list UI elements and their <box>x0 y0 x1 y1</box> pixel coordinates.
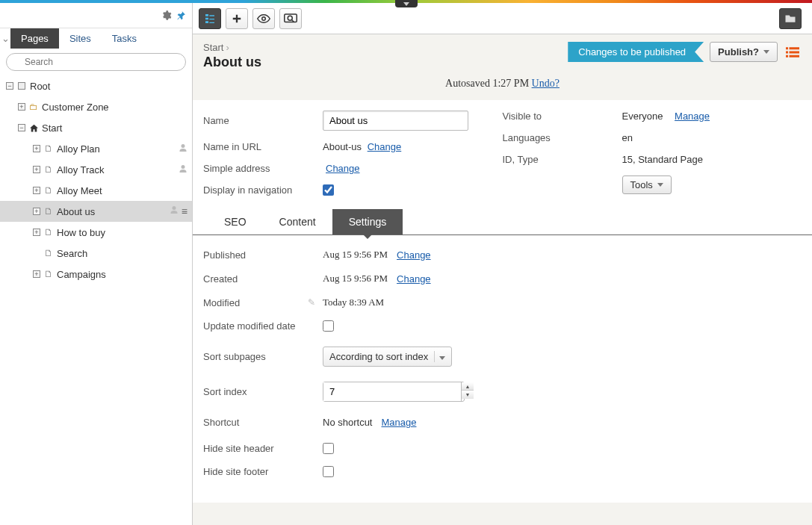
expand-icon[interactable]: + <box>33 208 40 215</box>
visible-value: Everyone <box>622 111 663 122</box>
change-url-link[interactable]: Change <box>368 141 402 152</box>
tree-customer-zone[interactable]: + 🗀 Customer Zone <box>0 96 192 117</box>
tree-label: Alloy Track <box>57 164 105 175</box>
hide-footer-checkbox[interactable] <box>323 466 334 477</box>
url-value: About-us <box>323 141 362 152</box>
tools-button[interactable]: Tools <box>622 175 672 194</box>
expand-icon[interactable]: + <box>33 166 40 173</box>
manage-visible-link[interactable]: Manage <box>675 111 710 122</box>
add-button[interactable] <box>226 8 248 29</box>
published-value: Aug 15 9:56 PM <box>323 249 388 261</box>
page-icon: 🗋 <box>43 269 54 279</box>
expand-icon[interactable]: + <box>18 103 25 111</box>
svg-rect-6 <box>786 51 788 53</box>
chevron-down-icon <box>657 183 663 187</box>
name-input[interactable] <box>323 111 468 131</box>
compare-button[interactable] <box>279 8 302 29</box>
tree-label: Customer Zone <box>42 102 109 113</box>
preview-button[interactable] <box>252 8 275 29</box>
visible-label: Visible to <box>503 111 622 122</box>
root-folder-icon <box>16 81 27 91</box>
tree-root[interactable]: − Root <box>0 75 192 96</box>
update-modified-checkbox[interactable] <box>323 320 334 332</box>
change-published-link[interactable]: Change <box>397 249 431 261</box>
undo-link[interactable]: Undo? <box>532 78 560 89</box>
spin-up-button[interactable]: ▲ <box>462 382 474 391</box>
tree-item[interactable]: + 🗋 How to buy <box>0 222 192 243</box>
chevron-down-icon <box>439 356 445 360</box>
tab-settings[interactable]: Settings <box>332 209 403 234</box>
status-badge[interactable]: Changes to be published <box>568 42 704 62</box>
published-label: Published <box>203 249 323 261</box>
modified-label: Modified ✎ <box>203 297 323 308</box>
expand-icon[interactable]: + <box>33 229 40 236</box>
brand-rainbow-bar <box>0 0 812 3</box>
display-nav-label: Display in navigation <box>203 184 323 196</box>
created-label: Created <box>203 273 323 285</box>
svg-rect-1 <box>285 14 297 22</box>
person-icon <box>170 205 179 217</box>
manage-shortcut-link[interactable]: Manage <box>381 417 416 428</box>
expand-icon[interactable]: + <box>33 187 40 194</box>
id-type-label: ID, Type <box>503 154 622 165</box>
tree-item[interactable]: + 🗋 Campaigns <box>0 264 192 285</box>
change-simple-link[interactable]: Change <box>326 163 360 174</box>
tree-label: About us <box>57 206 95 217</box>
name-label: Name <box>203 115 323 126</box>
page-icon: 🗋 <box>43 143 54 154</box>
chevron-right-icon: › <box>226 42 229 53</box>
tree-label: Start <box>42 122 62 134</box>
tab-chevron-icon[interactable]: ⌄ <box>0 33 10 44</box>
tree-view-button[interactable] <box>199 8 221 29</box>
publish-button[interactable]: Publish? <box>710 42 778 62</box>
tree-item[interactable]: + 🗋 Alloy Meet <box>0 180 192 201</box>
hide-header-checkbox[interactable] <box>323 443 334 454</box>
tree-label: Campaigns <box>57 269 106 280</box>
tab-tasks[interactable]: Tasks <box>102 28 147 49</box>
page-title: About us <box>203 55 261 70</box>
shortcut-value: No shortcut <box>323 417 372 428</box>
sort-subpages-label: Sort subpages <box>203 351 323 362</box>
expand-icon[interactable]: + <box>33 270 40 278</box>
tab-sites[interactable]: Sites <box>59 28 102 49</box>
folder-icon: 🗀 <box>28 102 39 112</box>
sort-index-input[interactable] <box>323 382 461 401</box>
gear-icon[interactable] <box>159 9 173 22</box>
search-input[interactable] <box>6 53 186 71</box>
sort-subpages-select[interactable]: According to sort index <box>323 347 452 367</box>
page-icon: 🗋 <box>43 248 54 258</box>
top-expand-tab[interactable] <box>395 0 418 7</box>
pencil-icon: ✎ <box>308 297 315 308</box>
context-menu-icon[interactable]: ≡ <box>182 205 187 217</box>
collapse-icon[interactable]: − <box>6 82 13 90</box>
collapse-icon[interactable]: − <box>18 124 25 131</box>
svg-rect-7 <box>790 51 800 53</box>
tab-pages[interactable]: Pages <box>10 28 59 49</box>
svg-rect-9 <box>790 55 800 57</box>
display-nav-checkbox[interactable] <box>323 184 334 196</box>
autosave-status: Autosaved 1:27 PM Undo? <box>193 70 812 100</box>
hide-footer-label: Hide site footer <box>203 466 323 477</box>
tree-item[interactable]: + 🗋 Alloy Plan <box>0 138 192 159</box>
url-label: Name in URL <box>203 141 323 152</box>
pin-icon[interactable] <box>174 9 187 22</box>
tree-item[interactable]: + 🗋 Alloy Track <box>0 159 192 180</box>
hide-header-label: Hide site header <box>203 443 323 454</box>
breadcrumb[interactable]: Start› <box>203 42 261 53</box>
tab-seo[interactable]: SEO <box>208 209 263 234</box>
spin-down-button[interactable]: ▼ <box>462 391 474 399</box>
expand-icon[interactable]: + <box>33 145 40 152</box>
modified-value: Today 8:39 AM <box>323 296 384 308</box>
tree-start[interactable]: − Start <box>0 117 192 138</box>
page-icon: 🗋 <box>43 227 54 237</box>
sort-index-label: Sort index <box>203 386 323 397</box>
tree-item-selected[interactable]: + 🗋 About us ≡ <box>0 201 192 222</box>
tree-label: How to buy <box>57 227 105 238</box>
chevron-down-icon <box>763 50 769 54</box>
tab-content[interactable]: Content <box>263 209 332 234</box>
change-created-link[interactable]: Change <box>397 273 431 285</box>
options-list-icon[interactable] <box>784 43 802 61</box>
assets-button[interactable] <box>779 8 802 29</box>
tree-item[interactable]: 🗋 Search <box>0 243 192 264</box>
update-modified-label: Update modified date <box>203 320 323 332</box>
